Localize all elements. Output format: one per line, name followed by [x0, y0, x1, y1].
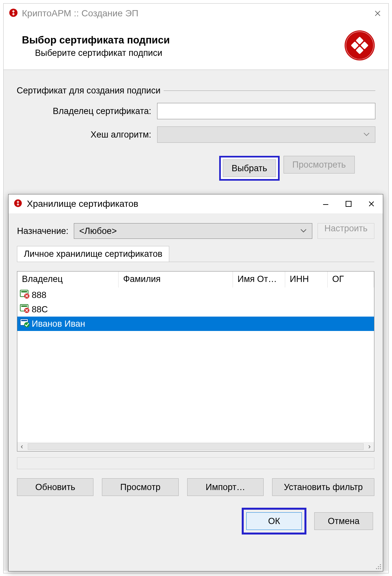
scroll-left-icon[interactable]: ‹ [17, 442, 26, 451]
chevron-down-icon [363, 132, 370, 137]
wizard-header: Выбор сертификата подписи Выберите серти… [4, 23, 388, 70]
cert-owner-cell: 88С [32, 304, 48, 315]
ok-button-highlight: ОК [242, 508, 306, 535]
app-icon [9, 8, 18, 19]
col-owner[interactable]: Владелец [17, 272, 119, 288]
svg-rect-17 [21, 320, 27, 321]
resize-grip-icon[interactable] [376, 564, 382, 570]
grid-header: Владелец Фамилия Имя От… ИНН ОГ [17, 272, 374, 288]
ok-button[interactable]: ОК [246, 512, 302, 530]
cert-owner-label: Владелец сертификата: [17, 106, 157, 116]
cert-list: Владелец Фамилия Имя От… ИНН ОГ 88888СИв… [17, 271, 374, 452]
hash-algo-select[interactable] [157, 126, 375, 143]
cert-owner-cell: 888 [32, 290, 46, 300]
scroll-right-icon[interactable]: › [365, 442, 374, 451]
chevron-down-icon [300, 229, 307, 233]
svg-point-18 [24, 322, 29, 327]
col-ogr[interactable]: ОГ [328, 272, 374, 288]
grid-rows: 88888СИванов Иван [17, 288, 374, 442]
scroll-track[interactable] [28, 443, 364, 450]
main-window-title: КриптоАРМ :: Создание ЭП [22, 8, 367, 19]
main-titlebar: КриптоАРМ :: Создание ЭП [4, 4, 388, 23]
modal-titlebar: Хранилище сертификатов [8, 194, 383, 213]
wizard-title: Выбор сертификата подписи [22, 34, 344, 46]
tab-personal-store[interactable]: Личное хранилище сертификатов [17, 246, 169, 262]
cancel-button[interactable]: Отмена [314, 512, 373, 530]
cert-owner-cell: Иванов Иван [32, 319, 85, 329]
fieldset-legend: Сертификат для создания подписи [17, 86, 164, 96]
col-inn[interactable]: ИНН [285, 272, 328, 288]
tab-strip: Личное хранилище сертификатов [17, 246, 374, 262]
choose-button[interactable]: Выбрать [223, 159, 276, 177]
purpose-label: Назначение: [17, 226, 69, 236]
svg-rect-11 [21, 291, 27, 292]
hash-algo-label: Хеш алгоритм: [17, 130, 157, 140]
cert-status-icon [20, 318, 30, 330]
cert-status-icon [20, 289, 30, 301]
view-button: Просмотреть [284, 156, 355, 173]
table-row[interactable]: 888 [17, 288, 374, 302]
import-button[interactable]: Импорт… [187, 478, 264, 496]
cert-owner-input[interactable] [157, 103, 375, 119]
horizontal-scrollbar[interactable]: ‹ › [17, 442, 374, 451]
set-filter-button[interactable]: Установить фильтр [272, 478, 374, 496]
configure-button: Настроить [318, 223, 374, 239]
col-surname[interactable]: Фамилия [119, 272, 233, 288]
preview-button[interactable]: Просмотр [102, 478, 178, 496]
maximize-button[interactable] [337, 194, 360, 213]
choose-button-highlight: Выбрать [219, 156, 280, 181]
cert-store-modal: Хранилище сертификатов Назначение: <Любо… [8, 194, 383, 571]
svg-point-1 [345, 30, 375, 60]
status-bar [17, 457, 374, 469]
minimize-button[interactable] [314, 194, 337, 213]
svg-rect-14 [21, 305, 27, 307]
table-row[interactable]: Иванов Иван [17, 317, 374, 331]
table-row[interactable]: 88С [17, 302, 374, 317]
svg-rect-9 [346, 201, 351, 206]
cert-status-icon [20, 304, 30, 315]
wizard-subtitle: Выберите сертификат подписи [22, 48, 344, 58]
purpose-select[interactable]: <Любое> [74, 223, 313, 239]
purpose-value: <Любое> [79, 226, 117, 236]
refresh-button[interactable]: Обновить [17, 478, 93, 496]
col-name[interactable]: Имя От… [233, 272, 285, 288]
signature-cert-fieldset: Сертификат для создания подписи Владелец… [17, 86, 375, 181]
close-button[interactable] [367, 4, 388, 23]
modal-close-button[interactable] [360, 194, 383, 213]
modal-title: Хранилище сертификатов [27, 199, 314, 209]
modal-app-icon [14, 199, 22, 209]
brand-logo-icon [344, 30, 375, 62]
